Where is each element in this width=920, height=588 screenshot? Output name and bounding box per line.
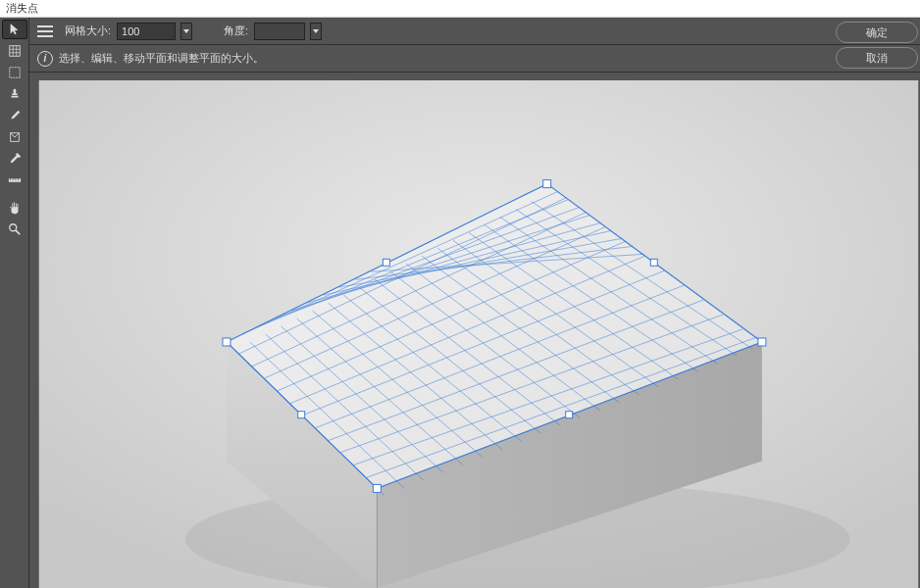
grid-size-dropdown[interactable] — [180, 23, 192, 40]
grid-icon — [8, 44, 22, 58]
svg-rect-59 — [758, 338, 766, 346]
hand-tool[interactable] — [2, 198, 27, 218]
brush-icon — [8, 109, 22, 122]
svg-rect-57 — [223, 338, 230, 346]
measure-tool[interactable] — [2, 171, 27, 190]
transform-icon — [8, 130, 22, 144]
zoom-icon — [8, 222, 22, 236]
marquee-icon — [8, 66, 22, 79]
ruler-icon — [8, 173, 22, 187]
canvas-content[interactable] — [37, 80, 920, 588]
stamp-icon — [8, 87, 22, 101]
menu-icon[interactable] — [37, 25, 53, 37]
angle-input[interactable] — [254, 23, 305, 40]
info-text: 选择、编辑、移动平面和调整平面的大小。 — [59, 51, 264, 66]
window-title: 消失点 — [6, 1, 38, 16]
svg-point-11 — [9, 224, 16, 231]
options-bar: 网格大小: 角度: — [29, 18, 920, 45]
edit-plane-tool[interactable] — [2, 20, 27, 39]
chevron-down-icon — [182, 27, 190, 35]
svg-rect-58 — [543, 180, 551, 188]
grid-size-input[interactable] — [117, 23, 176, 40]
svg-rect-60 — [373, 484, 381, 492]
perspective-canvas — [37, 80, 920, 588]
grid-size-label: 网格大小: — [65, 24, 111, 38]
marquee-tool[interactable] — [2, 63, 27, 82]
svg-rect-63 — [298, 412, 305, 418]
brush-tool[interactable] — [2, 106, 27, 125]
info-bar: i 选择、编辑、移动平面和调整平面的大小。 — [29, 45, 920, 73]
tool-sidebar — [0, 18, 29, 588]
svg-rect-62 — [650, 259, 657, 266]
svg-rect-5 — [9, 68, 20, 78]
arrow-icon — [8, 23, 22, 36]
transform-tool[interactable] — [2, 127, 27, 147]
svg-line-12 — [15, 230, 19, 234]
hand-icon — [8, 201, 22, 215]
info-icon: i — [37, 51, 53, 67]
angle-label: 角度: — [224, 24, 248, 38]
zoom-tool[interactable] — [2, 220, 27, 239]
stamp-tool[interactable] — [2, 84, 27, 104]
eyedropper-tool[interactable] — [2, 149, 27, 169]
chevron-down-icon — [312, 27, 320, 35]
svg-rect-64 — [566, 412, 573, 418]
cancel-button[interactable]: 取消 — [836, 47, 918, 69]
ok-button[interactable]: 确定 — [836, 22, 918, 43]
eyedropper-icon — [8, 152, 22, 166]
angle-dropdown[interactable] — [310, 23, 322, 40]
canvas-area — [29, 73, 920, 588]
create-plane-tool[interactable] — [2, 41, 27, 61]
svg-rect-0 — [9, 46, 20, 57]
svg-rect-61 — [383, 259, 389, 266]
